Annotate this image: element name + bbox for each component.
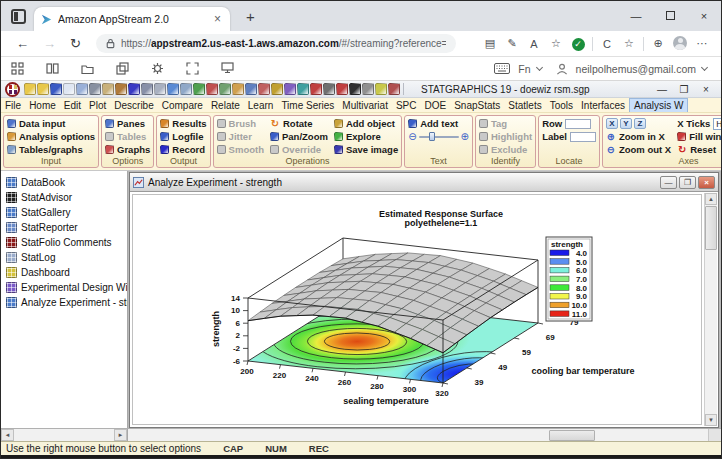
- add-favorite-icon[interactable]: ☆: [545, 37, 567, 50]
- pareto-icon[interactable]: [258, 83, 270, 95]
- ribbon-pan-zoom-button[interactable]: Pan/Zoom: [270, 130, 328, 143]
- paste-icon[interactable]: [115, 83, 127, 95]
- menu-item-spc[interactable]: SPC: [392, 99, 421, 112]
- graduate-cap-icon[interactable]: [349, 83, 361, 95]
- copy-link-icon[interactable]: ▤: [479, 37, 501, 50]
- sg-minimize-button[interactable]: —: [651, 84, 673, 95]
- account-chevron-icon[interactable]: [701, 64, 708, 71]
- print-page-icon[interactable]: [63, 83, 75, 95]
- new-icon[interactable]: [24, 83, 36, 95]
- data-table-icon[interactable]: [323, 83, 335, 95]
- print-icon[interactable]: [141, 83, 153, 95]
- multi-monitor-icon[interactable]: [221, 62, 234, 75]
- edit-icon[interactable]: ✎: [501, 37, 523, 50]
- browser-tab[interactable]: Amazon AppStream 2.0 ×: [34, 7, 230, 31]
- child-close-button[interactable]: ×: [698, 176, 715, 189]
- sidebar-hscrollbar[interactable]: ◄ ►: [1, 429, 128, 441]
- account-email[interactable]: neilpolhemus@gmail.com: [576, 63, 696, 75]
- apps-grid-icon[interactable]: [11, 62, 24, 75]
- label-input[interactable]: [570, 132, 596, 142]
- chart-hscrollbar[interactable]: [128, 429, 721, 441]
- sg-restore-button[interactable]: ❐: [673, 84, 695, 95]
- forward-icon[interactable]: →: [43, 36, 56, 51]
- open-icon[interactable]: [37, 83, 49, 95]
- ribbon-results-button[interactable]: Results: [160, 117, 206, 130]
- surface-3d-icon[interactable]: [284, 83, 296, 95]
- slider-plus-icon[interactable]: ⊕: [461, 132, 469, 142]
- menu-item-file[interactable]: File: [1, 99, 25, 112]
- split-screen-icon[interactable]: [46, 62, 59, 75]
- back-icon[interactable]: ←: [16, 36, 29, 51]
- tab-close-icon[interactable]: ×: [211, 12, 224, 26]
- fullscreen-icon[interactable]: [186, 62, 199, 75]
- refresh-icon[interactable]: ↻: [70, 36, 81, 51]
- menu-item-relate[interactable]: Relate: [207, 99, 244, 112]
- fit-icon[interactable]: [219, 83, 231, 95]
- profile-icon[interactable]: [669, 36, 691, 52]
- window-minimize-button[interactable]: —: [619, 1, 653, 31]
- vertical-scrollbar[interactable]: ▲ ▼: [704, 193, 717, 426]
- axis-x-button[interactable]: X: [606, 118, 618, 129]
- menu-item-plot[interactable]: Plot: [85, 99, 110, 112]
- undo-icon[interactable]: [128, 83, 140, 95]
- compare-icon[interactable]: [193, 83, 205, 95]
- child-window-titlebar[interactable]: Analyze Experiment - strength — ❐ ×: [130, 173, 718, 192]
- menu-item-home[interactable]: Home: [25, 99, 60, 112]
- ribbon-data-input-button[interactable]: Data input: [7, 117, 95, 130]
- table-icon[interactable]: [180, 83, 192, 95]
- ribbon-zoom-in-x-button[interactable]: ⊕Zoom in X: [606, 130, 671, 143]
- axis-z-button[interactable]: Z: [634, 118, 646, 129]
- copy-windows-icon[interactable]: [116, 62, 129, 75]
- ribbon-reset-button[interactable]: ↻Reset: [677, 143, 721, 156]
- tab-actions-icon[interactable]: [11, 9, 26, 24]
- sidebar-scroll-left-icon[interactable]: ◄: [1, 429, 14, 441]
- ribbon-add-text-button[interactable]: Add text: [408, 117, 469, 130]
- save-icon[interactable]: [50, 83, 62, 95]
- new-tab-button[interactable]: +: [240, 8, 261, 25]
- menu-item-compare[interactable]: Compare: [158, 99, 207, 112]
- design-icon[interactable]: [206, 83, 218, 95]
- text-size-slider[interactable]: ⊖⊕: [408, 130, 469, 143]
- shield-check-icon[interactable]: ✓: [567, 37, 589, 51]
- ribbon-record-button[interactable]: Record: [160, 143, 206, 156]
- settings-gear-icon[interactable]: [151, 62, 164, 75]
- sidebar-item-statadvisor[interactable]: StatAdvisor: [1, 190, 127, 205]
- sidebar-scroll-right-icon[interactable]: ►: [114, 429, 127, 441]
- ribbon-logfile-button[interactable]: Logfile: [160, 130, 206, 143]
- menu-item-learn[interactable]: Learn: [244, 99, 278, 112]
- slider-thumb[interactable]: [429, 132, 435, 141]
- files-icon[interactable]: [81, 62, 94, 75]
- sg-close-button[interactable]: ×: [695, 84, 717, 95]
- regression-icon[interactable]: [245, 83, 257, 95]
- child-minimize-button[interactable]: —: [660, 176, 677, 189]
- ribbon-explore-button[interactable]: Explore: [334, 130, 398, 143]
- notebook-icon[interactable]: [388, 83, 400, 95]
- scatter-icon[interactable]: [167, 83, 179, 95]
- copy-window-icon[interactable]: [76, 83, 88, 95]
- close-red-icon[interactable]: [336, 83, 348, 95]
- scroll-up-icon[interactable]: ▲: [705, 193, 717, 205]
- read-aloud-icon[interactable]: A: [523, 38, 545, 50]
- menu-item-statlets[interactable]: Statlets: [504, 99, 545, 112]
- sidebar-item-statlog[interactable]: StatLog: [1, 250, 127, 265]
- ribbon-save-image-button[interactable]: Save image: [334, 143, 398, 156]
- more-icon[interactable]: ⋯: [691, 37, 713, 50]
- ribbon-add-object-button[interactable]: Add object: [334, 117, 398, 130]
- control-chart-icon[interactable]: [271, 83, 283, 95]
- ribbon-graphs-button[interactable]: Graphs: [105, 143, 150, 156]
- options-gear-icon[interactable]: [310, 83, 322, 95]
- address-bar[interactable]: https://appstream2.us-east-1.aws.amazon.…: [96, 34, 456, 53]
- keyboard-icon[interactable]: [494, 63, 510, 74]
- slider-minus-icon[interactable]: ⊖: [408, 132, 416, 142]
- extension-icon[interactable]: C: [596, 38, 618, 50]
- window-maximize-button[interactable]: [653, 1, 687, 31]
- vertical-scroll-thumb[interactable]: [705, 206, 717, 250]
- preview-icon[interactable]: [154, 83, 166, 95]
- sidebar-item-statfolio-comments[interactable]: StatFolio Comments: [1, 235, 127, 250]
- response-surface-chart[interactable]: Estimated Response Surfacepolyethelene=1…: [133, 195, 689, 421]
- cut-icon[interactable]: [89, 83, 101, 95]
- ribbon-panes-button[interactable]: Panes: [105, 117, 150, 130]
- ribbon-tables-graphs-button[interactable]: Tables/graphs: [7, 143, 95, 156]
- horizontal-scroll-thumb[interactable]: [549, 430, 595, 441]
- sidebar-item-analyze-experiment-strengt[interactable]: Analyze Experiment - strengt: [1, 295, 127, 310]
